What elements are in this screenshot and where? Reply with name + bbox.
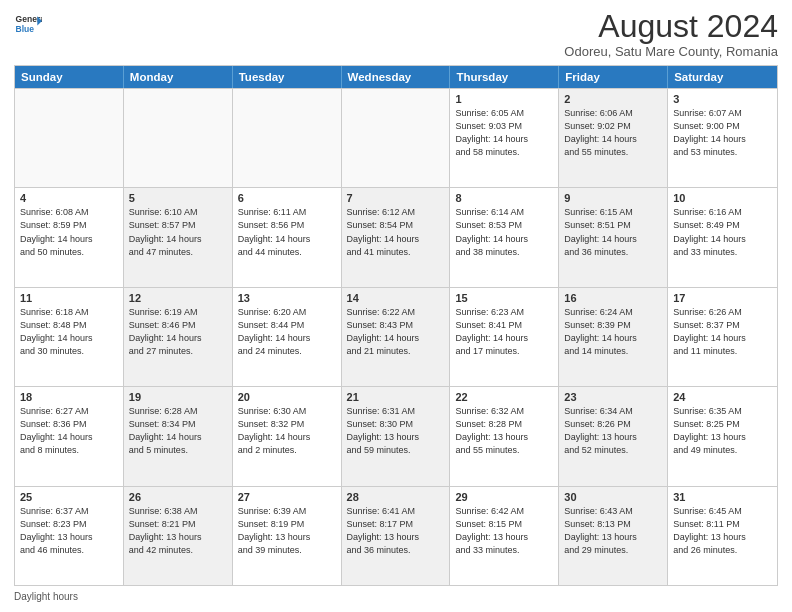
day-detail: Sunrise: 6:38 AMSunset: 8:21 PMDaylight:… xyxy=(129,505,227,557)
day-detail: Sunrise: 6:22 AMSunset: 8:43 PMDaylight:… xyxy=(347,306,445,358)
calendar-cell: 1Sunrise: 6:05 AMSunset: 9:03 PMDaylight… xyxy=(450,89,559,187)
day-detail: Sunrise: 6:39 AMSunset: 8:19 PMDaylight:… xyxy=(238,505,336,557)
day-number: 30 xyxy=(564,491,662,503)
logo: General Blue xyxy=(14,10,42,38)
day-detail: Sunrise: 6:07 AMSunset: 9:00 PMDaylight:… xyxy=(673,107,772,159)
day-detail: Sunrise: 6:06 AMSunset: 9:02 PMDaylight:… xyxy=(564,107,662,159)
calendar-cell: 28Sunrise: 6:41 AMSunset: 8:17 PMDayligh… xyxy=(342,487,451,585)
calendar-cell: 18Sunrise: 6:27 AMSunset: 8:36 PMDayligh… xyxy=(15,387,124,485)
title-block: August 2024 Odoreu, Satu Mare County, Ro… xyxy=(564,10,778,59)
day-detail: Sunrise: 6:32 AMSunset: 8:28 PMDaylight:… xyxy=(455,405,553,457)
calendar-week: 4Sunrise: 6:08 AMSunset: 8:59 PMDaylight… xyxy=(15,187,777,286)
logo-icon: General Blue xyxy=(14,10,42,38)
day-number: 12 xyxy=(129,292,227,304)
day-detail: Sunrise: 6:12 AMSunset: 8:54 PMDaylight:… xyxy=(347,206,445,258)
day-detail: Sunrise: 6:30 AMSunset: 8:32 PMDaylight:… xyxy=(238,405,336,457)
calendar-cell: 29Sunrise: 6:42 AMSunset: 8:15 PMDayligh… xyxy=(450,487,559,585)
day-detail: Sunrise: 6:41 AMSunset: 8:17 PMDaylight:… xyxy=(347,505,445,557)
day-detail: Sunrise: 6:18 AMSunset: 8:48 PMDaylight:… xyxy=(20,306,118,358)
day-number: 20 xyxy=(238,391,336,403)
calendar-body: 1Sunrise: 6:05 AMSunset: 9:03 PMDaylight… xyxy=(15,88,777,585)
calendar-cell: 2Sunrise: 6:06 AMSunset: 9:02 PMDaylight… xyxy=(559,89,668,187)
day-detail: Sunrise: 6:10 AMSunset: 8:57 PMDaylight:… xyxy=(129,206,227,258)
calendar: SundayMondayTuesdayWednesdayThursdayFrid… xyxy=(14,65,778,586)
calendar-cell: 8Sunrise: 6:14 AMSunset: 8:53 PMDaylight… xyxy=(450,188,559,286)
day-number: 29 xyxy=(455,491,553,503)
day-of-week-header: Wednesday xyxy=(342,66,451,88)
day-detail: Sunrise: 6:16 AMSunset: 8:49 PMDaylight:… xyxy=(673,206,772,258)
day-detail: Sunrise: 6:27 AMSunset: 8:36 PMDaylight:… xyxy=(20,405,118,457)
day-number: 19 xyxy=(129,391,227,403)
calendar-week: 11Sunrise: 6:18 AMSunset: 8:48 PMDayligh… xyxy=(15,287,777,386)
day-number: 15 xyxy=(455,292,553,304)
day-number: 1 xyxy=(455,93,553,105)
calendar-cell: 10Sunrise: 6:16 AMSunset: 8:49 PMDayligh… xyxy=(668,188,777,286)
day-detail: Sunrise: 6:14 AMSunset: 8:53 PMDaylight:… xyxy=(455,206,553,258)
calendar-cell xyxy=(124,89,233,187)
day-detail: Sunrise: 6:05 AMSunset: 9:03 PMDaylight:… xyxy=(455,107,553,159)
day-detail: Sunrise: 6:37 AMSunset: 8:23 PMDaylight:… xyxy=(20,505,118,557)
day-number: 8 xyxy=(455,192,553,204)
calendar-cell: 15Sunrise: 6:23 AMSunset: 8:41 PMDayligh… xyxy=(450,288,559,386)
calendar-header-row: SundayMondayTuesdayWednesdayThursdayFrid… xyxy=(15,66,777,88)
day-of-week-header: Saturday xyxy=(668,66,777,88)
day-detail: Sunrise: 6:08 AMSunset: 8:59 PMDaylight:… xyxy=(20,206,118,258)
day-detail: Sunrise: 6:42 AMSunset: 8:15 PMDaylight:… xyxy=(455,505,553,557)
month-title: August 2024 xyxy=(564,10,778,42)
calendar-cell: 17Sunrise: 6:26 AMSunset: 8:37 PMDayligh… xyxy=(668,288,777,386)
day-number: 17 xyxy=(673,292,772,304)
calendar-cell: 30Sunrise: 6:43 AMSunset: 8:13 PMDayligh… xyxy=(559,487,668,585)
calendar-cell: 25Sunrise: 6:37 AMSunset: 8:23 PMDayligh… xyxy=(15,487,124,585)
calendar-cell: 26Sunrise: 6:38 AMSunset: 8:21 PMDayligh… xyxy=(124,487,233,585)
calendar-cell: 3Sunrise: 6:07 AMSunset: 9:00 PMDaylight… xyxy=(668,89,777,187)
day-number: 13 xyxy=(238,292,336,304)
day-of-week-header: Thursday xyxy=(450,66,559,88)
day-number: 27 xyxy=(238,491,336,503)
calendar-cell: 27Sunrise: 6:39 AMSunset: 8:19 PMDayligh… xyxy=(233,487,342,585)
calendar-week: 18Sunrise: 6:27 AMSunset: 8:36 PMDayligh… xyxy=(15,386,777,485)
day-number: 11 xyxy=(20,292,118,304)
calendar-cell: 14Sunrise: 6:22 AMSunset: 8:43 PMDayligh… xyxy=(342,288,451,386)
day-number: 21 xyxy=(347,391,445,403)
day-detail: Sunrise: 6:31 AMSunset: 8:30 PMDaylight:… xyxy=(347,405,445,457)
day-number: 16 xyxy=(564,292,662,304)
calendar-cell: 7Sunrise: 6:12 AMSunset: 8:54 PMDaylight… xyxy=(342,188,451,286)
day-detail: Sunrise: 6:19 AMSunset: 8:46 PMDaylight:… xyxy=(129,306,227,358)
calendar-cell: 4Sunrise: 6:08 AMSunset: 8:59 PMDaylight… xyxy=(15,188,124,286)
calendar-cell: 5Sunrise: 6:10 AMSunset: 8:57 PMDaylight… xyxy=(124,188,233,286)
day-detail: Sunrise: 6:34 AMSunset: 8:26 PMDaylight:… xyxy=(564,405,662,457)
calendar-week: 25Sunrise: 6:37 AMSunset: 8:23 PMDayligh… xyxy=(15,486,777,585)
calendar-cell: 22Sunrise: 6:32 AMSunset: 8:28 PMDayligh… xyxy=(450,387,559,485)
day-of-week-header: Monday xyxy=(124,66,233,88)
calendar-cell: 9Sunrise: 6:15 AMSunset: 8:51 PMDaylight… xyxy=(559,188,668,286)
calendar-week: 1Sunrise: 6:05 AMSunset: 9:03 PMDaylight… xyxy=(15,88,777,187)
calendar-cell xyxy=(342,89,451,187)
day-detail: Sunrise: 6:28 AMSunset: 8:34 PMDaylight:… xyxy=(129,405,227,457)
day-of-week-header: Sunday xyxy=(15,66,124,88)
day-number: 9 xyxy=(564,192,662,204)
day-number: 25 xyxy=(20,491,118,503)
calendar-cell: 13Sunrise: 6:20 AMSunset: 8:44 PMDayligh… xyxy=(233,288,342,386)
calendar-cell: 6Sunrise: 6:11 AMSunset: 8:56 PMDaylight… xyxy=(233,188,342,286)
day-number: 28 xyxy=(347,491,445,503)
svg-text:Blue: Blue xyxy=(16,24,35,34)
day-number: 4 xyxy=(20,192,118,204)
day-number: 2 xyxy=(564,93,662,105)
calendar-cell: 19Sunrise: 6:28 AMSunset: 8:34 PMDayligh… xyxy=(124,387,233,485)
day-of-week-header: Friday xyxy=(559,66,668,88)
day-number: 24 xyxy=(673,391,772,403)
day-of-week-header: Tuesday xyxy=(233,66,342,88)
day-number: 7 xyxy=(347,192,445,204)
day-number: 10 xyxy=(673,192,772,204)
day-number: 18 xyxy=(20,391,118,403)
day-detail: Sunrise: 6:23 AMSunset: 8:41 PMDaylight:… xyxy=(455,306,553,358)
day-number: 26 xyxy=(129,491,227,503)
calendar-cell: 31Sunrise: 6:45 AMSunset: 8:11 PMDayligh… xyxy=(668,487,777,585)
calendar-cell: 16Sunrise: 6:24 AMSunset: 8:39 PMDayligh… xyxy=(559,288,668,386)
day-number: 31 xyxy=(673,491,772,503)
day-number: 5 xyxy=(129,192,227,204)
header: General Blue August 2024 Odoreu, Satu Ma… xyxy=(14,10,778,59)
calendar-cell: 21Sunrise: 6:31 AMSunset: 8:30 PMDayligh… xyxy=(342,387,451,485)
day-detail: Sunrise: 6:45 AMSunset: 8:11 PMDaylight:… xyxy=(673,505,772,557)
day-detail: Sunrise: 6:20 AMSunset: 8:44 PMDaylight:… xyxy=(238,306,336,358)
